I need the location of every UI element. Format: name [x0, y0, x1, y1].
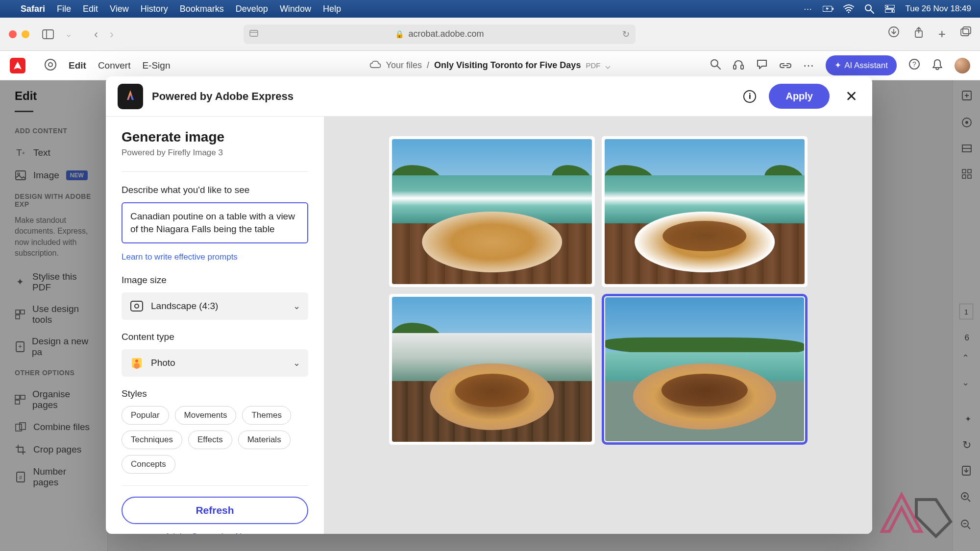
- image-size-select[interactable]: Landscape (4:3) ⌄: [122, 292, 308, 320]
- results-panel: [324, 117, 872, 534]
- breadcrumb-ext: PDF: [586, 61, 600, 70]
- content-type-select[interactable]: Photo ⌄: [122, 349, 308, 377]
- app-name[interactable]: Safari: [21, 4, 45, 14]
- menu-window[interactable]: Window: [280, 4, 311, 14]
- modal-subtitle: Powered by Firefly Image 3: [122, 148, 308, 158]
- apply-button[interactable]: Apply: [769, 84, 830, 109]
- help-icon[interactable]: ?: [908, 58, 920, 73]
- breadcrumb-chevron-icon[interactable]: ⌵: [605, 60, 611, 71]
- info-icon[interactable]: i: [743, 90, 756, 103]
- close-icon[interactable]: ✕: [842, 85, 860, 108]
- breadcrumb: Your files / Only Visiting Toronto for F…: [369, 60, 611, 71]
- tab-convert[interactable]: Convert: [98, 60, 131, 71]
- tab-esign[interactable]: E-Sign: [142, 60, 170, 71]
- svg-point-54: [135, 304, 139, 308]
- ai-assistant-label: AI Assistant: [844, 61, 888, 71]
- search-icon[interactable]: [710, 59, 721, 72]
- notifications-icon[interactable]: [932, 58, 943, 73]
- svg-rect-16: [961, 29, 969, 36]
- photo-icon: [129, 356, 144, 370]
- lock-icon: 🔒: [395, 30, 404, 39]
- svg-point-19: [711, 60, 718, 67]
- menu-bookmarks[interactable]: Bookmarks: [180, 4, 224, 14]
- headset-icon[interactable]: [733, 59, 744, 72]
- result-image-2[interactable]: [602, 136, 808, 287]
- close-window-button[interactable]: [9, 30, 17, 38]
- status-dots-icon[interactable]: ⋯: [802, 3, 813, 14]
- control-center-icon[interactable]: [884, 3, 895, 14]
- home-icon[interactable]: [44, 58, 57, 73]
- result-image-4[interactable]: [602, 294, 808, 445]
- generate-image-modal: Powered by Adobe Express i Apply ✕ Gener…: [106, 76, 872, 534]
- form-panel: Generate image Powered by Firefly Image …: [106, 117, 324, 534]
- styles-label: Styles: [122, 388, 308, 399]
- prompt-label: Describe what you'd like to see: [122, 185, 308, 195]
- chip-themes[interactable]: Themes: [242, 406, 291, 425]
- link-icon[interactable]: [780, 59, 791, 72]
- sparkle-icon: ✦: [834, 60, 841, 71]
- chip-concepts[interactable]: Concepts: [122, 455, 175, 474]
- menu-help[interactable]: Help: [323, 4, 341, 14]
- results-grid: [389, 136, 808, 445]
- chevron-down-icon: ⌄: [293, 358, 300, 368]
- result-image-3[interactable]: [389, 294, 595, 445]
- svg-point-7: [886, 6, 888, 8]
- chevron-down-icon: ⌄: [293, 301, 300, 311]
- site-settings-icon[interactable]: [249, 29, 258, 39]
- spotlight-icon[interactable]: [864, 3, 875, 14]
- downloads-icon[interactable]: [888, 26, 899, 42]
- prompts-help-link[interactable]: Learn to write effective prompts: [122, 252, 238, 262]
- back-button[interactable]: ‹: [94, 27, 98, 41]
- svg-point-18: [49, 63, 52, 67]
- content-type-value: Photo: [151, 358, 175, 368]
- battery-icon[interactable]: [823, 3, 833, 14]
- more-icon[interactable]: ⋯: [803, 59, 814, 72]
- comment-icon[interactable]: [756, 59, 768, 72]
- breadcrumb-root[interactable]: Your files: [386, 60, 422, 71]
- menu-view[interactable]: View: [110, 4, 129, 14]
- avatar[interactable]: [955, 58, 970, 73]
- svg-rect-1: [833, 8, 833, 10]
- chip-techniques[interactable]: Techniques: [122, 431, 182, 449]
- acrobat-logo[interactable]: [10, 58, 25, 73]
- acrobat-topbar: Edit Convert E-Sign Your files / Only Vi…: [0, 51, 980, 80]
- svg-rect-9: [43, 30, 53, 39]
- svg-rect-11: [250, 30, 258, 36]
- menu-develop[interactable]: Develop: [236, 4, 268, 14]
- breadcrumb-doc[interactable]: Only Visiting Toronto for Five Days: [434, 60, 581, 71]
- svg-rect-15: [963, 27, 971, 34]
- svg-point-56: [134, 363, 140, 369]
- sidebar-toggle-icon[interactable]: [41, 27, 55, 41]
- watermark-logo: [867, 487, 965, 541]
- svg-point-2: [848, 12, 850, 13]
- modal-title: Generate image: [122, 129, 308, 145]
- image-size-value: Landscape (4:3): [151, 301, 218, 311]
- style-chips: Popular Movements Themes Techniques Effe…: [122, 406, 308, 474]
- terms-link[interactable]: Adobe Generative AI terms: [122, 532, 308, 534]
- breadcrumb-sep: /: [427, 60, 429, 71]
- wifi-icon[interactable]: [843, 3, 854, 14]
- tab-edit[interactable]: Edit: [69, 60, 86, 71]
- clock[interactable]: Tue 26 Nov 18:49: [905, 4, 971, 14]
- menu-edit[interactable]: Edit: [83, 4, 98, 14]
- result-image-1[interactable]: [389, 136, 595, 287]
- tab-overview-icon[interactable]: [960, 26, 971, 42]
- svg-rect-21: [734, 65, 736, 69]
- svg-line-20: [717, 66, 720, 69]
- reload-icon[interactable]: ↻: [622, 29, 630, 40]
- share-icon[interactable]: [914, 26, 924, 42]
- chip-materials[interactable]: Materials: [238, 431, 291, 449]
- menu-history[interactable]: History: [141, 4, 168, 14]
- forward-button[interactable]: ›: [110, 27, 114, 41]
- chip-effects[interactable]: Effects: [188, 431, 232, 449]
- refresh-button[interactable]: Refresh: [122, 497, 308, 524]
- chip-popular[interactable]: Popular: [122, 406, 169, 425]
- prompt-input[interactable]: [122, 202, 308, 243]
- new-tab-icon[interactable]: +: [938, 26, 946, 42]
- chip-movements[interactable]: Movements: [175, 406, 237, 425]
- menu-file[interactable]: File: [57, 4, 71, 14]
- ai-assistant-button[interactable]: ✦ AI Assistant: [826, 55, 897, 75]
- minimize-window-button[interactable]: [22, 30, 29, 38]
- tab-group-chevron-icon[interactable]: ⌵: [62, 27, 75, 41]
- url-bar[interactable]: 🔒 acrobat.adobe.com ↻: [244, 24, 636, 44]
